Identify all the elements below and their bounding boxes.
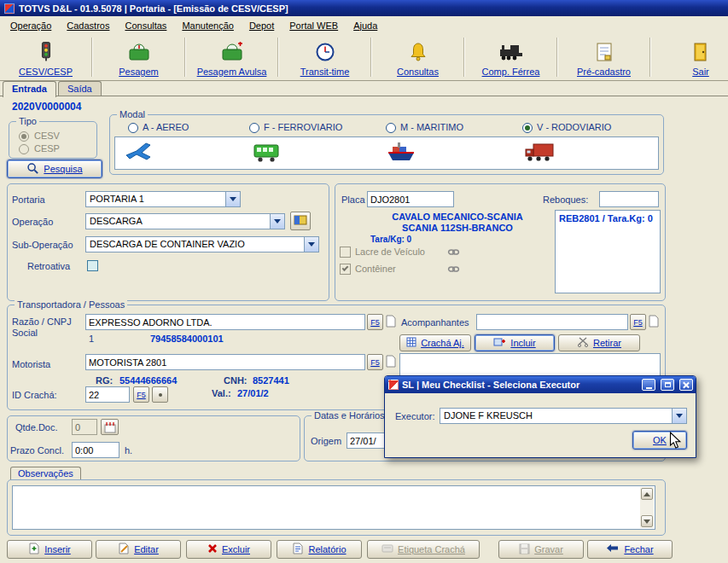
razao-social-input[interactable]: [85, 314, 365, 330]
retirar-button[interactable]: Retirar: [558, 334, 640, 351]
qtde-doc-input[interactable]: [72, 419, 97, 435]
retroativa-checkbox[interactable]: [87, 260, 98, 271]
incluir-button[interactable]: Incluir: [475, 334, 555, 351]
catalog-icon: [294, 214, 307, 228]
pesquisa-button[interactable]: Pesquisa: [7, 160, 102, 178]
motorista-f5-button[interactable]: F5: [367, 354, 383, 370]
chevron-down-icon[interactable]: [672, 409, 686, 423]
menu-item-depot[interactable]: Depot: [242, 18, 282, 33]
scale-icon: [128, 42, 150, 64]
editar-button[interactable]: Editar: [96, 540, 181, 559]
dialog-title: SL | Meu Checklist - Seleciona Executor: [402, 380, 579, 390]
menu-item-cadastros[interactable]: Cadastros: [59, 18, 117, 33]
fechar-button[interactable]: Fechar: [587, 540, 673, 559]
toolbar-item-comp-ferrea[interactable]: Comp. Férrea: [465, 35, 556, 79]
toolbar-label: Consultas: [397, 67, 439, 77]
editar-label: Editar: [134, 544, 159, 554]
acompanhantes-input[interactable]: [476, 314, 628, 330]
qtde-doc-counter-button[interactable]: [101, 419, 119, 435]
menu-item-manutencao[interactable]: Manutenção: [174, 18, 242, 33]
modal-legend: Modal: [117, 109, 148, 119]
motorista-label: Motorista: [12, 359, 50, 369]
reboques-list[interactable]: REB2801 / Tara.Kg: 0: [555, 210, 661, 293]
portaria-select[interactable]: PORTARIA 1: [85, 191, 241, 207]
radio-cesv[interactable]: [19, 131, 29, 142]
chevron-down-icon[interactable]: [270, 214, 284, 229]
radio-modal-aereo[interactable]: [128, 123, 138, 133]
chevron-down-icon[interactable]: [225, 192, 240, 206]
inserir-button[interactable]: Inserir: [7, 540, 92, 559]
razao-doc-icon[interactable]: [386, 315, 396, 328]
toolbar-item-transit-time[interactable]: Transit-time: [279, 35, 370, 79]
menu-item-portal-web[interactable]: Portal WEB: [282, 18, 346, 33]
scroll-up-icon[interactable]: [641, 488, 653, 500]
radio-cesp-label: CESP: [34, 143, 60, 154]
traffic-light-icon: [38, 41, 55, 64]
transportadora-legend: Transportadora / Pessoas: [15, 299, 127, 310]
lacre-checkbox[interactable]: [340, 247, 351, 258]
observacoes-tab[interactable]: Observações: [10, 467, 81, 480]
etiqueta-cracha-button[interactable]: Etiqueta Crachá: [367, 540, 480, 559]
cracha-aj-button[interactable]: Crachá Aj.: [399, 334, 471, 351]
menu-item-consultas[interactable]: Consultas: [117, 18, 174, 33]
origem-label: Origem: [311, 436, 341, 446]
acompanhantes-doc-icon[interactable]: [649, 315, 659, 328]
floppy-disk-icon: [519, 543, 530, 556]
toolbar-item-consultas[interactable]: Consultas: [372, 35, 463, 79]
menu-item-ajuda[interactable]: Ajuda: [346, 18, 385, 33]
pesquisa-label: Pesquisa: [44, 164, 82, 174]
dialog-maximize-button[interactable]: [661, 379, 674, 391]
id-cracha-f5-button[interactable]: F5: [133, 386, 149, 403]
dialog-minimize-button[interactable]: [642, 379, 655, 391]
conteiner-label: Contêiner: [355, 264, 396, 274]
toolbar-item-cesv-cesp[interactable]: CESV/CESP: [0, 35, 91, 79]
toolbar: CESV/CESP Pesagem Pesagem Avulsa Transit…: [0, 34, 728, 81]
executor-select[interactable]: DJONE F KREUSCH: [440, 408, 687, 424]
relatorio-button[interactable]: Relatório: [277, 540, 362, 559]
menu-item-operacao[interactable]: Operação: [3, 18, 59, 33]
radio-cesp[interactable]: [19, 144, 29, 154]
toolbar-item-pre-cadastro[interactable]: Pré-cadastro: [558, 35, 649, 79]
prazo-concl-input[interactable]: [72, 442, 119, 458]
operacao-select[interactable]: DESCARGA: [85, 213, 285, 229]
toolbar-item-pesagem-avulsa[interactable]: Pesagem Avulsa: [186, 35, 277, 79]
reboques-input[interactable]: [599, 191, 659, 207]
radio-modal-ferroviario-label: F - FERROVIARIO: [264, 122, 342, 132]
lacre-seal-button[interactable]: [446, 245, 461, 258]
rail-wagon-icon: [253, 141, 282, 166]
conteiner-seal-button[interactable]: [446, 262, 461, 276]
radio-modal-ferroviario[interactable]: [249, 123, 259, 133]
incluir-label: Incluir: [510, 338, 535, 348]
app-logo-icon: [4, 3, 15, 14]
gravar-button[interactable]: Gravar: [498, 540, 584, 559]
radio-modal-maritimo[interactable]: [386, 123, 396, 133]
ok-button[interactable]: OK: [632, 431, 687, 450]
acompanhantes-f5-button[interactable]: F5: [630, 314, 646, 330]
motorista-input[interactable]: [85, 354, 365, 370]
observacoes-scrollbar[interactable]: [640, 487, 654, 528]
checklist-dialog: SL | Meu Checklist - Seleciona Executor …: [384, 375, 696, 458]
placa-input[interactable]: [367, 191, 454, 207]
radio-modal-rodoviario[interactable]: [522, 123, 533, 133]
chevron-down-icon[interactable]: [304, 237, 318, 252]
operacao-catalog-button[interactable]: [290, 212, 311, 230]
toolbar-item-pesagem[interactable]: Pesagem: [93, 35, 184, 79]
reboque-list-item[interactable]: REB2801 / Tara.Kg: 0: [556, 211, 660, 226]
tab-entrada[interactable]: Entrada: [3, 81, 56, 97]
excluir-button[interactable]: Excluir: [186, 540, 271, 559]
toolbar-item-sair[interactable]: Sair: [673, 35, 728, 79]
observacoes-textarea[interactable]: [12, 485, 655, 530]
placa-label: Placa: [341, 194, 365, 205]
conteiner-checkbox[interactable]: [340, 264, 351, 275]
scroll-down-icon[interactable]: [641, 515, 653, 527]
vehicle-desc-line1: CAVALO MECANICO-SCANIA: [367, 212, 548, 222]
dialog-close-button[interactable]: [679, 379, 693, 391]
motorista-doc-icon[interactable]: [386, 355, 396, 368]
vehicle-tara: Tara/Kg: 0: [370, 235, 411, 244]
id-cracha-options-button[interactable]: [152, 386, 168, 403]
sub-operacao-select[interactable]: DESCARGA DE CONTAINER VAZIO: [85, 236, 319, 252]
id-cracha-input[interactable]: [85, 386, 130, 403]
tab-saida[interactable]: Saída: [58, 81, 102, 96]
dialog-title-bar[interactable]: SL | Meu Checklist - Seleciona Executor: [385, 376, 696, 393]
razao-f5-button[interactable]: F5: [367, 314, 383, 330]
